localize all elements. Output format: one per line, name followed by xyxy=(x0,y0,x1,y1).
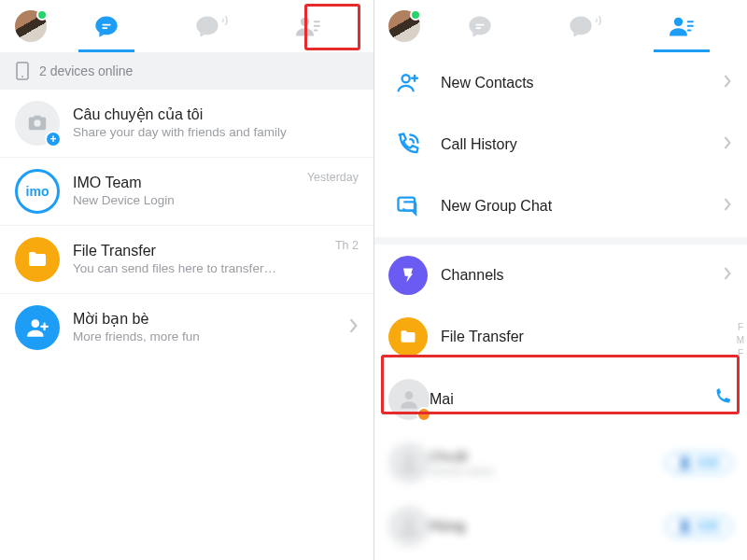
profile-avatar[interactable] xyxy=(15,10,47,42)
contact-avatar xyxy=(388,506,430,547)
chat-bubble-icon xyxy=(93,13,120,39)
contacts-icon xyxy=(295,13,321,39)
svg-rect-10 xyxy=(475,27,481,29)
voice-bubble-icon xyxy=(194,13,220,39)
alpha-index[interactable]: F M F xyxy=(736,321,745,360)
devices-online-text: 2 devices online xyxy=(39,63,133,78)
tab-bar: ›) xyxy=(430,0,732,52)
sound-wave-icon: ›) xyxy=(595,15,601,25)
add-user-icon xyxy=(15,305,60,350)
svg-point-2 xyxy=(301,18,309,26)
channels-row[interactable]: Channels xyxy=(374,245,747,306)
chat-row-file-transfer[interactable]: File Transfer You can send files here to… xyxy=(0,226,374,294)
invite-friends-row[interactable]: Mời bạn bè More friends, more fun xyxy=(0,294,374,361)
tab-calls[interactable]: ›) xyxy=(177,0,237,52)
group-chat-icon xyxy=(388,187,428,226)
chat-bubble-icon xyxy=(467,13,493,39)
online-dot-icon xyxy=(36,9,48,21)
contact-name: Hùng xyxy=(430,518,666,535)
tab-bar: ›) xyxy=(56,0,359,52)
tab-chats[interactable] xyxy=(77,0,136,52)
invite-subtitle: More friends, more fun xyxy=(73,329,342,345)
contact-name: Chuột xyxy=(430,448,666,465)
chat-name: IMO Team xyxy=(73,174,300,192)
contacts-icon xyxy=(669,13,695,39)
new-contacts-icon xyxy=(388,63,428,103)
header: ›) xyxy=(374,0,747,52)
chat-timestamp: Yesterday xyxy=(307,171,359,184)
svg-rect-3 xyxy=(314,21,320,22)
imo-text: imo xyxy=(26,184,49,199)
svg-rect-4 xyxy=(314,25,320,27)
folder-icon xyxy=(388,317,428,357)
svg-point-15 xyxy=(402,75,410,82)
chat-preview: You can send files here to transfer… xyxy=(73,260,328,277)
imo-logo-icon: imo xyxy=(15,169,60,214)
menu-label: Call History xyxy=(441,136,716,153)
camera-icon: + xyxy=(15,101,60,146)
svg-point-17 xyxy=(405,391,414,399)
chat-timestamp: Th 2 xyxy=(335,239,359,252)
chevron-right-icon xyxy=(349,318,359,337)
chats-screen: ›) 2 devices online + Câu chuyện của tôi… xyxy=(0,0,374,560)
index-letter[interactable]: F xyxy=(736,347,745,360)
plus-badge-icon: + xyxy=(45,131,62,147)
recent-badge-icon xyxy=(416,407,431,422)
new-group-chat-row[interactable]: New Group Chat xyxy=(374,175,747,237)
sound-wave-icon: ›) xyxy=(221,15,228,25)
add-label: ADD xyxy=(696,520,720,533)
svg-point-8 xyxy=(32,319,40,328)
chevron-right-icon xyxy=(724,267,732,284)
svg-point-19 xyxy=(405,518,414,526)
chat-preview: New Device Login xyxy=(73,192,300,209)
call-button[interactable] xyxy=(712,387,732,412)
tab-contacts[interactable] xyxy=(278,0,338,52)
svg-rect-13 xyxy=(687,25,694,27)
menu-label: New Group Chat xyxy=(441,198,716,215)
tab-calls[interactable]: ›) xyxy=(551,0,611,52)
svg-rect-12 xyxy=(687,21,694,22)
profile-avatar[interactable] xyxy=(388,10,420,42)
contact-row-blurred[interactable]: Hùng 👤 ADD xyxy=(374,495,747,558)
contact-avatar xyxy=(388,442,430,483)
svg-rect-14 xyxy=(687,30,692,32)
call-history-icon xyxy=(388,125,428,164)
chat-row-imo-team[interactable]: imo IMO Team New Device Login Yesterday xyxy=(0,158,374,226)
online-dot-icon xyxy=(410,9,421,21)
channels-icon xyxy=(388,256,428,295)
index-letter[interactable]: M xyxy=(736,334,745,347)
invite-title: Mời bạn bè xyxy=(73,310,342,329)
new-contacts-row[interactable]: New Contacts xyxy=(374,52,747,114)
tab-contacts[interactable] xyxy=(652,0,712,52)
contact-avatar xyxy=(388,379,430,420)
svg-rect-9 xyxy=(475,24,484,26)
story-title: Câu chuyện của tôi xyxy=(73,105,359,124)
pane-divider xyxy=(374,0,374,560)
voice-bubble-icon xyxy=(568,13,594,39)
svg-point-18 xyxy=(405,455,414,463)
menu-label: New Contacts xyxy=(441,75,716,91)
call-history-row[interactable]: Call History xyxy=(374,114,747,175)
add-contact-button[interactable]: 👤 ADD xyxy=(666,453,732,473)
svg-rect-1 xyxy=(102,27,107,29)
add-contact-button[interactable]: 👤 ADD xyxy=(666,516,732,537)
svg-rect-16 xyxy=(399,198,416,211)
folder-icon xyxy=(15,237,60,282)
section-separator xyxy=(374,237,747,245)
my-story-row[interactable]: + Câu chuyện của tôi Share your day with… xyxy=(0,90,374,158)
add-label: ADD xyxy=(696,456,720,469)
tab-chats[interactable] xyxy=(450,0,510,52)
svg-rect-5 xyxy=(314,30,318,32)
contact-row-blurred[interactable]: Chuột xxxxxx xxxxx 👤 ADD xyxy=(374,431,747,495)
devices-online-bar[interactable]: 2 devices online xyxy=(0,52,374,90)
chevron-right-icon xyxy=(724,75,732,91)
file-transfer-row[interactable]: File Transfer xyxy=(374,306,747,368)
story-subtitle: Share your day with friends and family xyxy=(73,124,359,141)
svg-point-11 xyxy=(674,18,683,26)
device-icon xyxy=(15,62,30,80)
contact-name: Mai xyxy=(430,391,712,408)
contact-row-mai[interactable]: Mai xyxy=(374,368,747,431)
menu-label: File Transfer xyxy=(441,329,732,345)
contacts-screen: ›) New Contacts Call History New Group C… xyxy=(374,0,747,560)
index-letter[interactable]: F xyxy=(736,321,745,334)
